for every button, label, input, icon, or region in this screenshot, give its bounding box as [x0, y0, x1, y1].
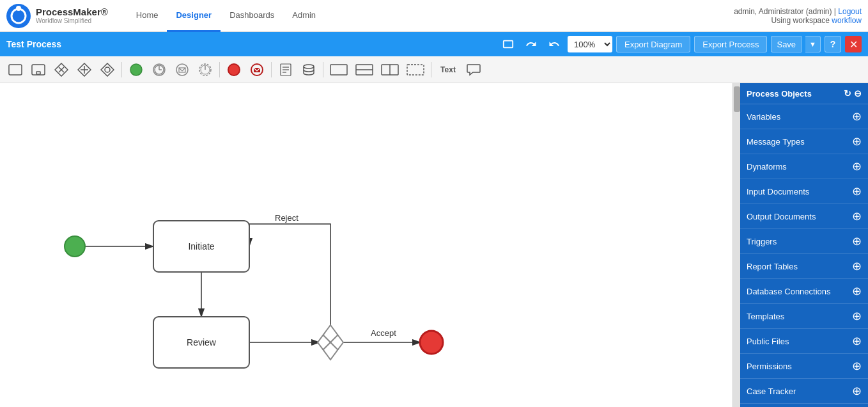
toolbar-divider-5 — [431, 62, 431, 77]
panel-item-add-icon[interactable]: ⊕ — [852, 209, 862, 223]
panel-item-report-tables[interactable]: Report Tables⊕ — [740, 254, 868, 279]
timer-boundary-tool[interactable] — [195, 60, 215, 79]
dashed-box-tool[interactable] — [404, 60, 427, 79]
toolbar-divider-2 — [219, 62, 220, 77]
intermediate-event-tool[interactable] — [149, 60, 169, 79]
panel-item-templates[interactable]: Templates⊕ — [740, 304, 868, 329]
exclusive-gateway-tool[interactable] — [51, 60, 72, 79]
export-process-button[interactable]: Export Process — [694, 36, 767, 52]
panel-item-label: Database Connections — [747, 287, 831, 296]
nav-designer[interactable]: Designer — [167, 0, 221, 32]
panel-item-dynaforms[interactable]: Dynaforms⊕ — [740, 154, 868, 179]
end-event-tool[interactable] — [224, 60, 244, 79]
svg-point-32 — [304, 65, 314, 68]
topbar-left: ProcessMaker® Workflow Simplified Home D… — [6, 0, 325, 32]
svg-point-14 — [105, 67, 110, 72]
panel-item-label: Permissions — [747, 362, 792, 371]
canvas-svg: Accept Reject Initiate Review — [0, 83, 732, 407]
task-tool[interactable] — [5, 60, 26, 79]
svg-point-15 — [130, 64, 142, 76]
text-tool-label: Text — [440, 65, 456, 74]
pool-tool[interactable] — [327, 60, 350, 79]
panel-item-add-icon[interactable]: ⊕ — [852, 259, 862, 273]
main-content: Accept Reject Initiate Review — [0, 83, 868, 407]
initiate-task-label: Initiate — [188, 241, 214, 251]
nav-admin[interactable]: Admin — [283, 0, 325, 32]
panel-item-add-icon[interactable]: ⊕ — [852, 384, 862, 398]
scrollbar[interactable] — [732, 83, 740, 407]
edge-gateway-initiate — [249, 224, 330, 331]
undo-button[interactable] — [545, 35, 564, 53]
nav-dashboards[interactable]: Dashboards — [221, 0, 283, 32]
zoom-select[interactable]: 100% 75% 50% 150% 200% — [568, 36, 612, 52]
svg-point-25 — [228, 64, 240, 76]
subprocess-tool[interactable] — [28, 60, 49, 79]
save-button[interactable]: Save — [771, 36, 802, 52]
panel-item-add-icon[interactable]: ⊕ — [852, 334, 862, 348]
topbar: ProcessMaker® Workflow Simplified Home D… — [0, 0, 868, 32]
help-button[interactable]: ? — [825, 36, 841, 52]
panel-item-label: Message Types — [747, 137, 805, 147]
nav-home[interactable]: Home — [127, 0, 167, 32]
start-event-tool[interactable] — [126, 60, 146, 79]
fit-screen-button[interactable] — [499, 35, 518, 53]
panel-item-database-connections[interactable]: Database Connections⊕ — [740, 279, 868, 304]
start-event-node[interactable] — [65, 236, 85, 257]
logout-link[interactable]: Logout — [838, 7, 862, 16]
data-store-tool[interactable] — [298, 60, 319, 79]
panel-item-add-icon[interactable]: ⊕ — [852, 134, 862, 148]
panel-item-triggers[interactable]: Triggers⊕ — [740, 229, 868, 254]
panel-item-public-files[interactable]: Public Files⊕ — [740, 329, 868, 354]
panel-item-add-icon[interactable]: ⊕ — [852, 359, 862, 373]
comment-tool[interactable] — [463, 60, 484, 79]
parallel-gateway-tool[interactable] — [74, 60, 95, 79]
logo-icon — [6, 4, 31, 28]
save-dropdown-button[interactable]: ▼ — [805, 36, 821, 52]
panel-item-supervisors[interactable]: Supervisors⊕ — [740, 404, 868, 407]
end-event-node[interactable] — [420, 331, 443, 354]
lane-v-tool[interactable] — [378, 60, 401, 79]
panel-item-label: Output Documents — [747, 212, 816, 221]
process-bar: Test Process 100% 75% 50% 150% 200% Expo… — [0, 32, 868, 56]
panel-item-add-icon[interactable]: ⊕ — [852, 159, 862, 173]
workspace-link[interactable]: workflow — [832, 16, 862, 25]
process-bar-right: 100% 75% 50% 150% 200% Export Diagram Ex… — [499, 35, 862, 53]
annotation-tool[interactable] — [275, 60, 296, 79]
panel-item-output-documents[interactable]: Output Documents⊕ — [740, 204, 868, 229]
panel-item-permissions[interactable]: Permissions⊕ — [740, 354, 868, 379]
panel-item-case-tracker[interactable]: Case Tracker⊕ — [740, 379, 868, 404]
panel-item-variables[interactable]: Variables⊕ — [740, 104, 868, 129]
panel-item-add-icon[interactable]: ⊕ — [852, 109, 862, 124]
panel-item-label: Triggers — [747, 237, 777, 246]
toolbar-divider-1 — [121, 62, 122, 77]
logo: ProcessMaker® Workflow Simplified — [6, 4, 108, 28]
message-event-tool[interactable] — [172, 60, 192, 79]
panel-title: Process Objects — [747, 89, 812, 99]
panel-item-add-icon[interactable]: ⊕ — [852, 184, 862, 198]
panel-item-label: Input Documents — [747, 187, 809, 196]
svg-rect-4 — [9, 65, 22, 75]
close-process-button[interactable]: ✕ — [845, 36, 862, 52]
panel-refresh-icon[interactable]: ↻ — [844, 88, 851, 99]
end-error-tool[interactable] — [247, 60, 267, 79]
svg-point-20 — [176, 64, 188, 76]
panel-item-label: Case Tracker — [747, 387, 796, 396]
panel-item-input-documents[interactable]: Input Documents⊕ — [740, 179, 868, 204]
text-tool[interactable]: Text — [435, 60, 461, 79]
inclusive-gateway-tool[interactable] — [97, 60, 118, 79]
panel-item-label: Templates — [747, 312, 784, 321]
redo-button[interactable] — [522, 35, 541, 53]
panel-item-add-icon[interactable]: ⊕ — [852, 234, 862, 248]
panel-item-label: Public Files — [747, 337, 789, 346]
export-diagram-button[interactable]: Export Diagram — [616, 36, 690, 52]
panel-item-add-icon[interactable]: ⊕ — [852, 284, 862, 298]
process-title: Test Process — [6, 39, 61, 49]
panel-item-message-types[interactable]: Message Types⊕ — [740, 129, 868, 154]
panel-close-icon[interactable]: ⊖ — [854, 88, 862, 99]
scrollbar-thumb[interactable] — [734, 86, 740, 112]
canvas-area[interactable]: Accept Reject Initiate Review — [0, 83, 732, 407]
lane-h-tool[interactable] — [353, 60, 376, 79]
panel-item-add-icon[interactable]: ⊕ — [852, 309, 862, 323]
right-panel: Process Objects ↻ ⊖ Variables⊕Message Ty… — [740, 83, 868, 407]
logo-text: ProcessMaker® Workflow Simplified — [36, 7, 108, 25]
